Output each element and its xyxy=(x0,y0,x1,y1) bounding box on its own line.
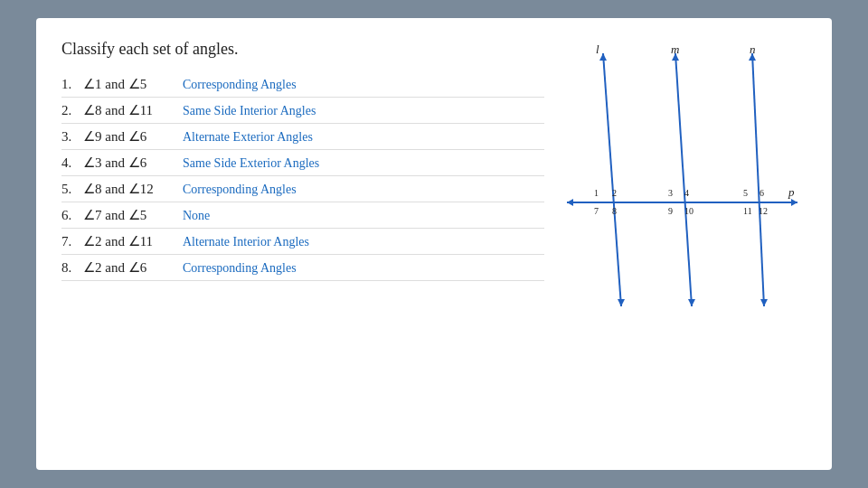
svg-marker-11 xyxy=(760,299,768,306)
svg-text:11: 11 xyxy=(743,206,752,216)
problem-answer: Alternate Exterior Angles xyxy=(183,130,313,145)
svg-text:2: 2 xyxy=(612,188,617,198)
problem-answer: None xyxy=(183,209,210,223)
problem-angles: ∠1 and ∠5 xyxy=(83,76,183,92)
right-panel: l m n p 1 2 7 8 3 4 9 10 5 6 11 12 xyxy=(553,40,807,452)
svg-text:7: 7 xyxy=(594,206,599,216)
svg-text:n: n xyxy=(750,42,756,56)
svg-text:1: 1 xyxy=(594,188,599,198)
slide-title: Classify each set of angles. xyxy=(61,40,544,59)
problem-row: 1.∠1 and ∠5Corresponding Angles xyxy=(61,71,544,98)
problem-number: 6. xyxy=(61,208,83,223)
problem-row: 4.∠3 and ∠6Same Side Exterior Angles xyxy=(61,150,544,176)
problem-number: 1. xyxy=(61,77,83,92)
svg-text:12: 12 xyxy=(759,206,768,216)
svg-marker-4 xyxy=(599,53,607,61)
problem-angles: ∠3 and ∠6 xyxy=(83,155,183,171)
diagram-svg: l m n p 1 2 7 8 3 4 9 10 5 6 11 12 xyxy=(558,40,802,329)
problem-answer: Alternate Interior Angles xyxy=(183,235,309,249)
problem-number: 8. xyxy=(61,260,83,276)
svg-line-3 xyxy=(603,53,621,306)
svg-line-9 xyxy=(752,53,764,306)
problem-angles: ∠8 and ∠12 xyxy=(83,181,183,197)
problem-row: 2.∠8 and ∠11Same Side Interior Angles xyxy=(61,98,544,124)
problem-number: 7. xyxy=(61,234,83,249)
svg-text:l: l xyxy=(596,42,599,56)
problem-answer: Corresponding Angles xyxy=(183,78,297,92)
svg-line-6 xyxy=(675,53,692,306)
svg-marker-1 xyxy=(791,199,797,206)
problem-angles: ∠2 and ∠6 xyxy=(83,259,183,276)
problem-row: 7.∠2 and ∠11Alternate Interior Angles xyxy=(61,229,544,255)
problem-row: 6.∠7 and ∠5None xyxy=(61,202,544,229)
svg-text:6: 6 xyxy=(760,188,764,198)
svg-marker-2 xyxy=(567,199,573,206)
svg-text:p: p xyxy=(788,185,795,199)
problem-angles: ∠2 and ∠11 xyxy=(83,233,183,249)
problem-row: 5.∠8 and ∠12Corresponding Angles xyxy=(61,176,544,202)
problem-angles: ∠7 and ∠5 xyxy=(83,207,183,223)
svg-text:m: m xyxy=(671,42,679,56)
problem-row: 8.∠2 and ∠6Corresponding Angles xyxy=(61,255,544,281)
problem-answer: Corresponding Angles xyxy=(183,261,297,276)
svg-text:3: 3 xyxy=(668,188,673,198)
problem-number: 2. xyxy=(61,103,83,118)
left-panel: Classify each set of angles. 1.∠1 and ∠5… xyxy=(61,40,544,452)
problem-answer: Corresponding Angles xyxy=(183,183,297,197)
svg-text:5: 5 xyxy=(743,188,748,198)
problem-number: 5. xyxy=(61,182,83,197)
problem-number: 3. xyxy=(61,129,83,145)
problem-number: 4. xyxy=(61,155,83,171)
problem-answer: Same Side Exterior Angles xyxy=(183,156,319,171)
problem-row: 3.∠9 and ∠6Alternate Exterior Angles xyxy=(61,124,544,150)
problem-list: 1.∠1 and ∠5Corresponding Angles2.∠8 and … xyxy=(61,71,544,281)
problem-answer: Same Side Interior Angles xyxy=(183,104,316,118)
problem-angles: ∠9 and ∠6 xyxy=(83,128,183,145)
svg-marker-8 xyxy=(688,299,695,306)
problem-angles: ∠8 and ∠11 xyxy=(83,102,183,118)
svg-text:4: 4 xyxy=(684,188,689,198)
svg-text:8: 8 xyxy=(612,206,617,216)
svg-text:9: 9 xyxy=(668,206,673,216)
svg-text:10: 10 xyxy=(684,206,693,216)
slide: Classify each set of angles. 1.∠1 and ∠5… xyxy=(36,18,832,470)
svg-marker-5 xyxy=(618,299,625,306)
